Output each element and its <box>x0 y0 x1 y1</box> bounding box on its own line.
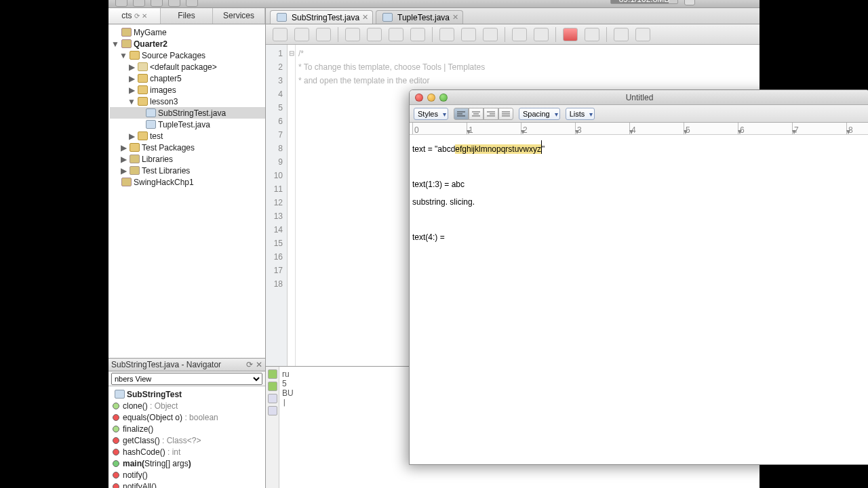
rerun-button[interactable] <box>268 369 277 379</box>
app-window: 89.1/102.8MB cts ⟳ ✕ Files Services MyGa… <box>108 0 760 488</box>
close-icon[interactable]: ✕ <box>452 13 458 22</box>
editor-tool-button[interactable] <box>294 28 309 41</box>
align-center-button[interactable] <box>469 108 484 120</box>
record-button[interactable] <box>563 28 578 41</box>
output-button[interactable] <box>268 406 277 415</box>
tree-label: SwingHackChp1 <box>134 178 194 187</box>
align-left-button[interactable] <box>454 108 469 120</box>
gc-button[interactable] <box>684 0 695 5</box>
left-panel: cts ⟳ ✕ Files Services MyGame ▼Quarter2 … <box>108 8 266 488</box>
align-justify-button[interactable] <box>498 108 513 120</box>
editor-tool-button[interactable] <box>345 28 360 41</box>
editor-tab[interactable]: TupleTest.java✕ <box>376 10 463 24</box>
tree-label: lesson3 <box>150 97 178 106</box>
editor-tool-button[interactable] <box>389 28 403 41</box>
editor-tool-button[interactable] <box>461 28 476 41</box>
tree-toggle[interactable]: ▶ <box>119 166 127 176</box>
package-icon <box>138 97 148 106</box>
textedit-body[interactable]: text = "abcdefghijklmnopqrstuvwxyz" text… <box>410 135 868 464</box>
tree-toggle[interactable]: ▶ <box>127 85 136 95</box>
package-icon <box>130 143 140 152</box>
method-icon <box>113 483 119 489</box>
tree-label: test <box>150 131 163 141</box>
toolbar-button[interactable] <box>115 0 127 7</box>
tree-toggle[interactable]: ▼ <box>119 51 127 60</box>
lists-select[interactable]: Lists <box>566 108 595 120</box>
tab-services[interactable]: Services <box>213 8 265 24</box>
toolbar-button[interactable] <box>168 0 180 7</box>
editor-tool-button[interactable] <box>316 28 331 41</box>
rerun-button[interactable] <box>268 382 277 391</box>
navigator-view-select[interactable]: nbers View <box>108 371 265 386</box>
member-label: notify() <box>123 470 148 480</box>
tree-toggle[interactable]: ▼ <box>111 39 119 49</box>
styles-select[interactable]: Styles <box>414 108 448 120</box>
memory-gauge[interactable]: 89.1/102.8MB <box>610 0 678 4</box>
package-icon <box>138 62 148 71</box>
tree-toggle[interactable]: ▶ <box>127 62 136 72</box>
close-icon[interactable]: ✕ <box>362 13 368 22</box>
package-icon <box>130 51 140 60</box>
editor-tool-button[interactable] <box>273 28 288 41</box>
project-icon <box>121 39 132 48</box>
project-tabs: cts ⟳ ✕ Files Services <box>108 8 265 24</box>
tree-label: <default package> <box>150 62 217 72</box>
project-icon <box>121 178 132 186</box>
editor-file-tabs: SubStringTest.java✕ TupleTest.java✕ <box>266 8 760 24</box>
stop-button[interactable] <box>585 28 599 41</box>
textedit-toolbar: Styles Spacing Lists <box>410 105 868 123</box>
nav-close-icon[interactable]: ✕ <box>256 360 262 369</box>
spacing-select[interactable]: Spacing <box>519 108 560 120</box>
tab-files[interactable]: Files <box>161 8 213 24</box>
editor-tool-button[interactable] <box>512 28 527 41</box>
class-icon <box>115 390 125 399</box>
editor-toolbar <box>266 24 760 45</box>
output-button[interactable] <box>268 394 277 403</box>
member-label: hashCode() : int <box>123 447 180 457</box>
method-icon <box>113 472 119 479</box>
tree-toggle[interactable]: ▶ <box>127 131 136 141</box>
toolbar-button[interactable] <box>186 0 198 7</box>
editor-tool-button[interactable] <box>483 28 498 41</box>
java-file-icon <box>277 13 287 22</box>
toolbar-button[interactable] <box>133 0 145 7</box>
editor-tool-button[interactable] <box>614 28 629 41</box>
align-right-button[interactable] <box>484 108 498 120</box>
toolbar-button[interactable] <box>151 0 163 7</box>
project-icon <box>121 28 132 37</box>
method-icon <box>113 437 119 444</box>
library-icon <box>130 166 140 175</box>
editor-tool-button[interactable] <box>439 28 454 41</box>
tree-label: Test Libraries <box>142 166 190 176</box>
nav-min-icon[interactable]: ⟳ <box>246 360 253 369</box>
tree-toggle[interactable]: ▶ <box>119 155 127 164</box>
member-label: SubStringTest <box>127 390 182 399</box>
member-label: equals(Object o) : boolean <box>123 413 218 422</box>
package-icon <box>138 131 148 140</box>
editor-tab-active[interactable]: SubStringTest.java✕ <box>270 10 373 24</box>
project-tree[interactable]: MyGame ▼Quarter2 ▼Source Packages ▶<defa… <box>108 24 265 358</box>
editor-tool-button[interactable] <box>410 28 425 41</box>
tab-projects[interactable]: cts ⟳ ✕ <box>108 8 161 24</box>
editor-tool-button[interactable] <box>635 28 650 41</box>
fold-column[interactable]: ⊟ <box>288 45 296 366</box>
editor-tool-button[interactable] <box>534 28 549 41</box>
library-icon <box>130 155 140 163</box>
navigator-members[interactable]: SubStringTest clone() : Object equals(Ob… <box>108 386 265 488</box>
textedit-ruler[interactable]: 012345678 <box>410 123 868 135</box>
tree-label: chapter5 <box>150 74 182 83</box>
tree-label: MyGame <box>134 28 167 37</box>
textedit-title: Untitled <box>410 93 868 102</box>
textedit-window[interactable]: Untitled Styles Spacing Lists 012345678 … <box>409 89 868 465</box>
tree-toggle[interactable]: ▶ <box>119 143 127 152</box>
tree-toggle[interactable]: ▶ <box>127 74 136 83</box>
java-file-icon <box>382 13 393 22</box>
tree-toggle[interactable]: ▼ <box>127 97 136 106</box>
editor-tool-button[interactable] <box>367 28 382 41</box>
textedit-titlebar[interactable]: Untitled <box>410 90 868 105</box>
tree-label: SubStringTest.java <box>158 108 226 118</box>
package-icon <box>138 74 148 83</box>
member-label: main(String[] args) <box>123 459 191 468</box>
method-icon <box>113 460 119 467</box>
tree-label: images <box>150 85 176 95</box>
